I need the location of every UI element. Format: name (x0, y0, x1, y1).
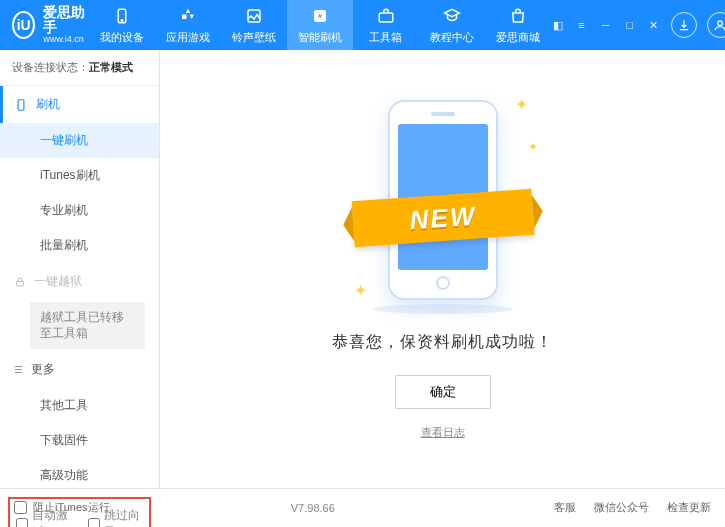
section-more[interactable]: ☰ 更多 (0, 351, 159, 388)
app-logo: iU 爱思助手 www.i4.cn (12, 5, 89, 46)
nav-label: 铃声壁纸 (232, 30, 276, 45)
app-title: 爱思助手 (43, 5, 88, 36)
device-icon (112, 6, 132, 26)
menu-icon[interactable]: ≡ (575, 18, 589, 32)
tutorial-icon (442, 6, 462, 26)
new-ribbon: NEW (351, 189, 534, 247)
nav-label: 爱思商城 (496, 30, 540, 45)
connection-status: 设备连接状态：正常模式 (0, 50, 159, 86)
store-icon (508, 6, 528, 26)
checkbox-input[interactable] (88, 518, 100, 527)
sidebar-item-pro-flash[interactable]: 专业刷机 (0, 193, 159, 228)
conn-mode: 正常模式 (89, 61, 133, 73)
toolbox-icon (376, 6, 396, 26)
section-flash[interactable]: 刷机 (0, 86, 159, 123)
titlebar: iU 爱思助手 www.i4.cn 我的设备 应用游戏 铃声壁纸 智能刷机 工具… (0, 0, 725, 50)
sidebar-item-advanced[interactable]: 高级功能 (0, 458, 159, 493)
success-illustration: NEW ✦ ✦ ✦ (368, 100, 518, 310)
sidebar-item-download-firmware[interactable]: 下载固件 (0, 423, 159, 458)
nav-label: 智能刷机 (298, 30, 342, 45)
ribbon-text: NEW (408, 200, 477, 236)
svg-point-5 (717, 21, 722, 26)
sidebar-item-itunes-flash[interactable]: iTunes刷机 (0, 158, 159, 193)
svg-rect-4 (379, 13, 393, 22)
sparkle-icon: ✦ (515, 95, 528, 114)
wallpaper-icon (244, 6, 264, 26)
section-label: 刷机 (36, 96, 60, 113)
nav-smart-flash[interactable]: 智能刷机 (287, 0, 353, 50)
nav-my-device[interactable]: 我的设备 (89, 0, 155, 50)
chevron-icon: ☰ (14, 364, 23, 375)
section-label: 一键越狱 (34, 273, 82, 290)
nav-toolbox[interactable]: 工具箱 (353, 0, 419, 50)
checkbox-input[interactable] (16, 518, 28, 527)
sidebar-item-batch-flash[interactable]: 批量刷机 (0, 228, 159, 263)
sidebar: 设备连接状态：正常模式 刷机 一键刷机 iTunes刷机 专业刷机 批量刷机 一… (0, 50, 160, 488)
svg-rect-7 (17, 281, 24, 286)
apps-icon (178, 6, 198, 26)
checkbox-input[interactable] (14, 501, 27, 514)
user-button[interactable] (707, 12, 725, 38)
svg-point-1 (121, 19, 123, 21)
section-label: 更多 (31, 361, 55, 378)
sparkle-icon: ✦ (354, 281, 367, 300)
version-label: V7.98.66 (291, 502, 335, 514)
checkbox-label: 阻止iTunes运行 (33, 500, 110, 515)
footer-link-update[interactable]: 检查更新 (667, 500, 711, 515)
nav-tutorials[interactable]: 教程中心 (419, 0, 485, 50)
flash-icon (310, 6, 330, 26)
main-content: NEW ✦ ✦ ✦ 恭喜您，保资料刷机成功啦！ 确定 查看日志 (160, 50, 725, 488)
block-itunes-checkbox[interactable]: 阻止iTunes运行 (14, 500, 110, 515)
nav-label: 我的设备 (100, 30, 144, 45)
nav-label: 教程中心 (430, 30, 474, 45)
view-log-link[interactable]: 查看日志 (421, 425, 465, 440)
jailbreak-moved-note: 越狱工具已转移至工具箱 (30, 302, 145, 349)
conn-label: 设备连接状态： (12, 61, 89, 73)
footer-link-support[interactable]: 客服 (554, 500, 576, 515)
download-button[interactable] (671, 12, 697, 38)
skin-icon[interactable]: ◧ (551, 18, 565, 32)
nav-apps-games[interactable]: 应用游戏 (155, 0, 221, 50)
phone-icon (14, 98, 28, 112)
lock-icon (14, 276, 26, 288)
window-controls: ◧ ≡ ─ □ ✕ (551, 12, 725, 38)
minimize-icon[interactable]: ─ (599, 18, 613, 32)
success-message: 恭喜您，保资料刷机成功啦！ (332, 332, 553, 353)
nav-ringtone-wallpaper[interactable]: 铃声壁纸 (221, 0, 287, 50)
sidebar-item-other-tools[interactable]: 其他工具 (0, 388, 159, 423)
logo-badge: iU (12, 11, 35, 39)
close-icon[interactable]: ✕ (647, 18, 661, 32)
ok-button[interactable]: 确定 (395, 375, 491, 409)
app-url: www.i4.cn (43, 35, 88, 45)
nav-store[interactable]: 爱思商城 (485, 0, 551, 50)
top-nav: 我的设备 应用游戏 铃声壁纸 智能刷机 工具箱 教程中心 爱思商城 (89, 0, 551, 50)
section-jailbreak: 一键越狱 (0, 263, 159, 300)
maximize-icon[interactable]: □ (623, 18, 637, 32)
sparkle-icon: ✦ (528, 140, 538, 154)
svg-rect-6 (18, 99, 24, 110)
nav-label: 工具箱 (369, 30, 402, 45)
nav-label: 应用游戏 (166, 30, 210, 45)
sidebar-item-one-key-flash[interactable]: 一键刷机 (0, 123, 159, 158)
footer-link-wechat[interactable]: 微信公众号 (594, 500, 649, 515)
